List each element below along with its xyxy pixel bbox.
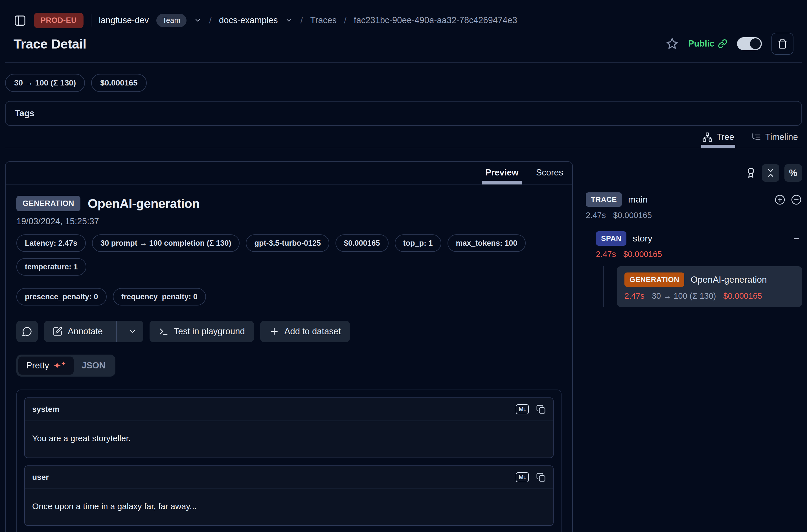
temperature-badge[interactable]: temperature: 1 [16,258,86,276]
observation-title-row: GENERATION OpenAI-generation [16,196,562,211]
tab-timeline[interactable]: Timeline [750,132,799,148]
observation-card: Preview Scores GENERATION OpenAI-generat… [5,162,573,532]
actions-row: Annotate Test in playgroun [16,321,562,342]
observation-badges: Latency: 2.47s 30 prompt → 100 completio… [16,234,562,305]
generation-type-badge: GENERATION [624,272,684,287]
trace-cost: $0.000165 [613,211,652,220]
message-role: user [32,473,49,482]
tree-icon [702,132,712,142]
divider [5,62,802,63]
page-title: Trace Detail [14,36,86,52]
plus-icon [269,326,279,337]
toggle-knob [750,38,761,49]
terminal-icon [158,326,169,337]
tree-toolbar: % [586,164,802,182]
message-header-icons: M↓ [516,404,546,414]
span-node-block: SPAN story − 2.47s $0.000165 GENERATION [596,231,802,307]
collapse-all-button[interactable] [762,164,780,182]
breadcrumb-project[interactable]: docs-examples [219,15,278,25]
trace-tree-panel: % TRACE main 2 [586,162,802,307]
tags-container[interactable]: Tags [5,101,802,126]
timeline-icon [751,132,761,142]
frequency-penalty-badge[interactable]: frequency_penalty: 0 [113,288,206,305]
test-in-playground-button[interactable]: Test in playground [150,321,254,342]
panel-tabs: Preview Scores [6,162,572,185]
message-header: user M↓ [25,466,553,489]
generation-tokens: 30 → 100 (Σ 130) [652,291,716,301]
markdown-toggle-icon[interactable]: M↓ [516,472,529,482]
dataset-label: Add to dataset [284,326,341,337]
chevron-down-icon [129,327,136,336]
collapse-node-icon[interactable]: − [793,233,802,244]
breadcrumb-section[interactable]: Traces [310,15,337,25]
trace-row-icons [774,194,802,205]
cost-badge[interactable]: $0.000165 [336,234,389,252]
delete-trace-button[interactable] [771,33,793,55]
span-node[interactable]: SPAN story − [596,231,802,246]
metrics-toggle-button[interactable]: % [784,164,802,182]
message-header-icons: M↓ [516,472,546,482]
annotate-dropdown[interactable] [122,321,143,342]
cost-badge[interactable]: $0.000165 [91,74,147,92]
span-type-badge: SPAN [596,231,626,246]
breadcrumb-org[interactable]: langfuse-dev [99,15,149,25]
message-role: system [32,405,59,414]
tags-label: Tags [15,108,34,118]
message-content: Once upon a time in a galaxy far, far aw… [25,489,553,526]
sparkles-icon: ✦✦ [53,361,66,370]
tab-scores[interactable]: Scores [534,162,565,184]
minus-circle-icon[interactable] [791,194,802,205]
trash-icon [777,38,788,49]
comment-icon [22,326,33,337]
sidebar-toggle-button[interactable] [14,14,26,27]
model-badge[interactable]: gpt-3.5-turbo-0125 [246,234,329,252]
public-link[interactable]: Public [688,39,728,49]
copy-icon[interactable] [536,473,546,482]
format-json[interactable]: JSON [74,357,113,375]
span-children: GENERATION OpenAI-generation 2.47s 30 → … [603,266,802,307]
star-icon[interactable] [665,37,679,50]
message-user: user M↓ Once upon a time in a galaxy far… [24,466,553,526]
tab-preview[interactable]: Preview [484,162,520,184]
comment-button[interactable] [16,321,38,342]
panel-left-icon [14,14,26,27]
annotate-label: Annotate [68,326,103,337]
span-cost: $0.000165 [623,250,662,259]
plus-circle-icon[interactable] [774,194,786,205]
annotate-button[interactable]: Annotate [44,321,143,342]
trace-metrics: 2.47s $0.000165 [586,211,802,220]
chevron-down-icon[interactable] [285,16,293,24]
playground-label: Test in playground [174,326,245,337]
trace-node[interactable]: TRACE main [586,192,802,207]
format-pretty[interactable]: Pretty ✦✦ [18,357,74,375]
token-usage-badge[interactable]: 30 → 100 (Σ 130) [5,74,85,92]
span-name: story [633,233,652,244]
message-content: You are a great storyteller. [25,421,553,458]
fold-vertical-icon [766,168,776,178]
messages-container: system M↓ You are a great storyteller. [16,390,562,532]
title-actions: Public [665,33,793,55]
view-tabs: Tree Timeline [5,132,802,148]
token-usage-badge[interactable]: 30 prompt → 100 completion (Σ 130) [92,234,240,252]
add-to-dataset-button[interactable]: Add to dataset [260,321,350,342]
span-latency: 2.47s [596,250,616,259]
environment-badge[interactable]: PROD-EU [34,13,83,28]
presence-penalty-badge[interactable]: presence_penalty: 0 [16,288,107,305]
max-tokens-badge[interactable]: max_tokens: 100 [448,234,526,252]
observation-body: GENERATION OpenAI-generation 19/03/2024,… [6,185,572,532]
generation-metrics: 2.47s 30 → 100 (Σ 130) $0.000165 [624,291,794,301]
chevron-down-icon[interactable] [194,16,202,24]
markdown-toggle-icon[interactable]: M↓ [516,404,529,414]
generation-node-selected[interactable]: GENERATION OpenAI-generation 2.47s 30 → … [617,266,802,307]
copy-icon[interactable] [536,404,546,414]
public-label: Public [688,39,714,49]
top-p-badge[interactable]: top_p: 1 [395,234,441,252]
public-toggle[interactable] [737,37,762,50]
message-system: system M↓ You are a great storyteller. [24,397,553,458]
observation-type-badge: GENERATION [16,196,80,211]
format-toggle: Pretty ✦✦ JSON [16,355,115,377]
latency-badge[interactable]: Latency: 2.47s [16,234,86,252]
award-icon[interactable] [745,167,757,179]
tab-tree[interactable]: Tree [701,132,735,148]
annotate-main[interactable]: Annotate [44,321,111,342]
